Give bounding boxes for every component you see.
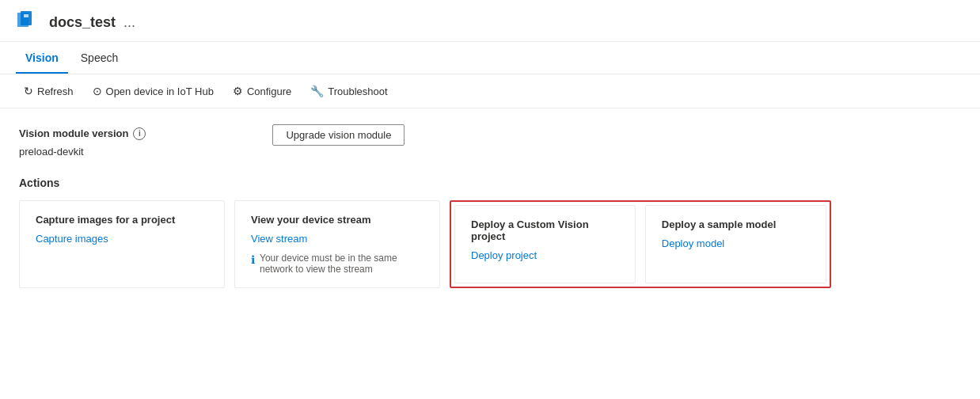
tab-vision[interactable]: Vision	[16, 45, 68, 74]
refresh-button[interactable]: ↻ Refresh	[16, 81, 82, 101]
deploy-model-link[interactable]: Deploy model	[662, 238, 725, 249]
svg-rect-1	[21, 11, 32, 25]
tab-bar: Vision Speech	[0, 45, 980, 74]
deploy-custom-vision-card-title: Deploy a Custom Vision project	[471, 218, 619, 242]
tab-speech[interactable]: Speech	[71, 45, 127, 74]
page-title: docs_test	[49, 14, 116, 31]
view-stream-link[interactable]: View stream	[251, 233, 307, 245]
version-info-icon[interactable]: i	[133, 127, 146, 140]
capture-images-card-title: Capture images for a project	[36, 214, 208, 226]
upgrade-vision-module-button[interactable]: Upgrade vision module	[272, 124, 405, 146]
deploy-custom-vision-card: Deploy a Custom Vision project Deploy pr…	[454, 205, 636, 283]
note-info-icon: ℹ	[251, 253, 255, 266]
view-stream-note: ℹ Your device must be in the same networ…	[251, 253, 424, 275]
actions-title: Actions	[19, 177, 961, 189]
version-label-text: Vision module version	[19, 127, 128, 139]
note-text: Your device must be in the same network …	[260, 253, 424, 275]
more-options-button[interactable]: ...	[123, 14, 135, 31]
main-content: Vision module version i Upgrade vision m…	[0, 108, 980, 304]
version-value: preload-devkit	[19, 146, 961, 158]
capture-images-card: Capture images for a project Capture ima…	[19, 200, 225, 288]
troubleshoot-icon: 🔧	[310, 85, 324, 97]
highlighted-cards-group: Deploy a Custom Vision project Deploy pr…	[450, 200, 831, 288]
configure-label: Configure	[247, 86, 291, 97]
refresh-label: Refresh	[37, 86, 74, 97]
configure-icon: ⚙	[233, 85, 243, 97]
toolbar: ↻ Refresh ⊙ Open device in IoT Hub ⚙ Con…	[0, 74, 980, 108]
open-iot-hub-label: Open device in IoT Hub	[106, 86, 214, 97]
page-header: docs_test ...	[0, 0, 980, 42]
troubleshoot-button[interactable]: 🔧 Troubleshoot	[302, 81, 395, 101]
actions-section: Actions Capture images for a project Cap…	[19, 177, 961, 288]
troubleshoot-label: Troubleshoot	[328, 86, 387, 97]
view-stream-card-title: View your device stream	[251, 214, 424, 226]
open-iot-hub-button[interactable]: ⊙ Open device in IoT Hub	[85, 81, 222, 101]
deploy-project-link[interactable]: Deploy project	[471, 249, 537, 261]
open-iot-hub-icon: ⊙	[93, 85, 102, 97]
deploy-sample-model-card-title: Deploy a sample model	[662, 218, 810, 230]
device-icon	[16, 10, 41, 35]
actions-grid: Capture images for a project Capture ima…	[19, 200, 961, 288]
refresh-icon: ↻	[24, 85, 33, 97]
capture-images-link[interactable]: Capture images	[36, 233, 108, 245]
configure-button[interactable]: ⚙ Configure	[225, 81, 299, 101]
view-stream-card: View your device stream View stream ℹ Yo…	[234, 200, 440, 288]
svg-rect-2	[24, 14, 28, 17]
version-section: Vision module version i Upgrade vision m…	[19, 124, 961, 158]
deploy-sample-model-card: Deploy a sample model Deploy model	[645, 205, 826, 283]
